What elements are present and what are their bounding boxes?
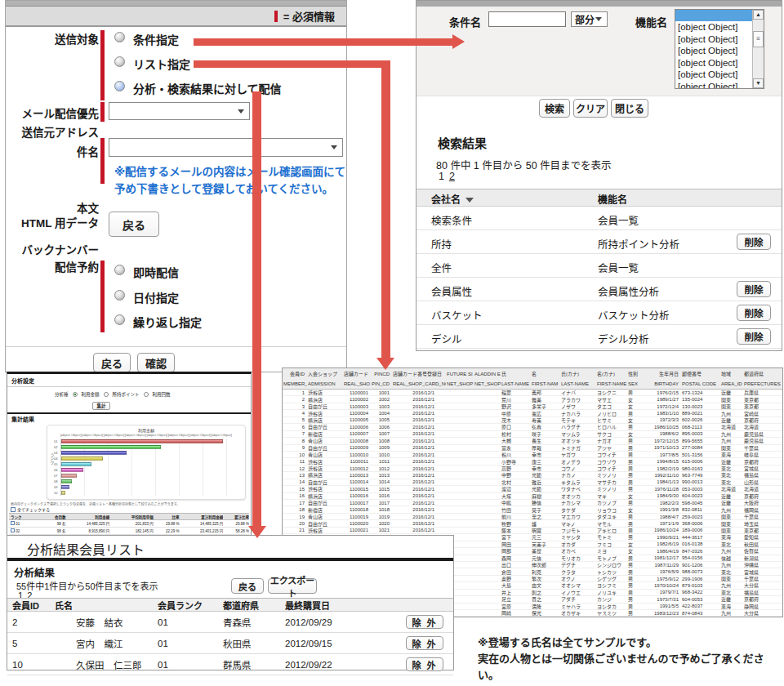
exclude-button[interactable]: 除 外	[406, 636, 443, 650]
radio-immediate[interactable]	[114, 265, 125, 275]
html-back-button[interactable]: 戻る	[109, 212, 159, 237]
delete-button[interactable]: 削除	[737, 234, 771, 250]
x-tick-label: [object Object]	[168, 433, 189, 437]
function-list-item[interactable]: [object Object]	[675, 69, 752, 81]
cell-rank: 01	[153, 639, 218, 648]
analysis-result-member-list-panel: 分析結果会員リスト 分析結果 55件中1件目から50件目までを表示 12 戻る …	[7, 535, 454, 670]
radio-amount[interactable]	[73, 392, 78, 397]
check-all-checkbox[interactable]	[11, 507, 16, 512]
rank-checkbox[interactable]	[11, 528, 15, 532]
required-bar-subject	[100, 138, 105, 184]
cell-amount: 14,485,325 円	[66, 521, 110, 526]
col-rank: ランク	[9, 514, 33, 519]
results-table-header: 会社名 機能名	[416, 189, 782, 207]
radio-count-label[interactable]: 利用回数	[153, 391, 171, 398]
scrollbar-thumb[interactable]: ≡	[753, 31, 764, 47]
confirm-button[interactable]: 確認	[137, 353, 175, 372]
required-legend-bar: = 必須情報	[6, 7, 346, 27]
radio-repeat[interactable]	[114, 314, 125, 325]
chart-bar-row: 09	[61, 484, 228, 490]
function-name-label: 機能名	[635, 14, 667, 29]
required-tick-icon	[274, 11, 278, 22]
function-list-selected-row[interactable]	[675, 10, 752, 21]
radio-condition[interactable]	[114, 32, 125, 42]
cell-average: 182,145 円	[109, 528, 154, 533]
rank-table-header: ランク 会員数 利用金額 平均利用単価 比率 累計利用金額 累計比率	[9, 513, 249, 520]
search-button[interactable]: 検索	[539, 99, 570, 118]
function-list-item[interactable]: [object Object]	[675, 33, 752, 46]
radio-count[interactable]	[144, 392, 149, 397]
exclude-button[interactable]: 除 外	[406, 657, 443, 671]
bar-category-label: 03	[54, 451, 57, 455]
cell-name: 安藤 結衣	[50, 616, 153, 629]
function-list-item[interactable]: [object Object]	[675, 57, 752, 69]
scroll-down-icon[interactable]: ▼	[753, 78, 764, 88]
form-footer-divider	[6, 346, 346, 347]
radio-points-label[interactable]: 所持ポイント	[113, 391, 140, 398]
row-function: 会員一覧	[598, 212, 639, 228]
bar-category-label: 09	[54, 485, 57, 489]
chart-x-ticks: [object Object][object Object][object Ob…	[60, 433, 232, 437]
radio-points[interactable]	[104, 392, 109, 397]
x-tick-label: [object Object]	[104, 433, 125, 437]
radio-repeat-label[interactable]: 繰り返し指定	[133, 314, 202, 330]
result-panel-title: 分析結果会員リスト	[27, 539, 145, 559]
col-member-id: 会員ID	[7, 599, 50, 612]
cell-cumulative-amount: 23,401,215 円	[180, 528, 224, 533]
listbox-scrollbar[interactable]: ▲ ≡ ▼	[752, 10, 764, 88]
clear-button[interactable]: クリア	[573, 99, 608, 118]
cell-cumulative-amount: 14,485,325 円	[180, 521, 224, 526]
page-1[interactable]: 1	[439, 171, 444, 182]
radio-list[interactable]	[114, 56, 125, 67]
subject-select[interactable]	[109, 138, 343, 157]
function-list-item[interactable]: [object Object]	[675, 45, 752, 57]
delete-button[interactable]: 削除	[737, 305, 771, 321]
page-2-link[interactable]: 2	[449, 171, 455, 182]
title-rule	[7, 558, 453, 561]
radio-date[interactable]	[114, 290, 125, 301]
arrow-analysis-to-result-list	[252, 91, 261, 526]
radio-date-label[interactable]: 日付指定	[133, 289, 179, 305]
x-tick-label: [object Object]	[125, 433, 146, 437]
function-list-item[interactable]: [object Object]	[675, 21, 752, 33]
radio-immediate-label[interactable]: 即時配信	[133, 264, 179, 280]
exclude-button[interactable]: 除 外	[406, 615, 443, 629]
function-listbox[interactable]: [object Object][object Object][object Ob…	[675, 9, 764, 89]
close-button[interactable]: 閉じる	[611, 99, 648, 118]
radio-amount-label[interactable]: 利用金額	[82, 391, 100, 398]
col-name: 氏名	[50, 599, 153, 612]
chevron-down-icon	[331, 145, 337, 149]
col-prefecture: 都道府県	[218, 599, 282, 612]
radio-condition-label[interactable]: 条件指定	[133, 31, 179, 47]
bar-category-label: 08	[54, 479, 57, 483]
x-tick-label: [object Object]	[189, 433, 211, 437]
chart-bar-row: 07	[61, 473, 228, 479]
radio-list-label[interactable]: リスト指定	[133, 56, 190, 72]
chart-bar-row: 02	[61, 444, 228, 450]
function-list-item[interactable]: [object Object]	[675, 81, 752, 89]
col-members: 会員数	[33, 514, 66, 519]
back-button[interactable]: 戻る	[93, 353, 131, 372]
chevron-down-icon	[238, 109, 244, 114]
delete-button[interactable]: 削除	[737, 281, 771, 297]
rank-checkbox[interactable]	[11, 521, 15, 525]
condition-name-input[interactable]	[488, 11, 566, 27]
bar	[61, 474, 77, 479]
radio-analysis-result[interactable]	[114, 81, 125, 91]
export-button[interactable]: エクスポート	[268, 578, 317, 594]
match-type-select[interactable]: 部分	[571, 11, 608, 27]
scroll-up-icon[interactable]: ▲	[753, 10, 764, 20]
mail-priority-select[interactable]	[109, 102, 250, 120]
check-all-label[interactable]: 全てチェックする	[17, 506, 50, 512]
cell-name: 久保田 仁三郎	[50, 658, 153, 671]
bar	[61, 491, 65, 496]
condition-name-label: 条件名	[449, 14, 481, 29]
tally-button[interactable]: 集計	[92, 402, 110, 410]
column-company[interactable]: 会社名	[431, 192, 474, 206]
result-back-button[interactable]: 戻る	[231, 578, 264, 594]
x-tick-label: [object Object]	[60, 433, 82, 437]
row-company: デシル	[431, 331, 462, 346]
delete-button[interactable]: 削除	[737, 328, 771, 345]
sort-desc-icon	[466, 198, 474, 203]
cell-average: 201,833 円	[109, 521, 154, 526]
